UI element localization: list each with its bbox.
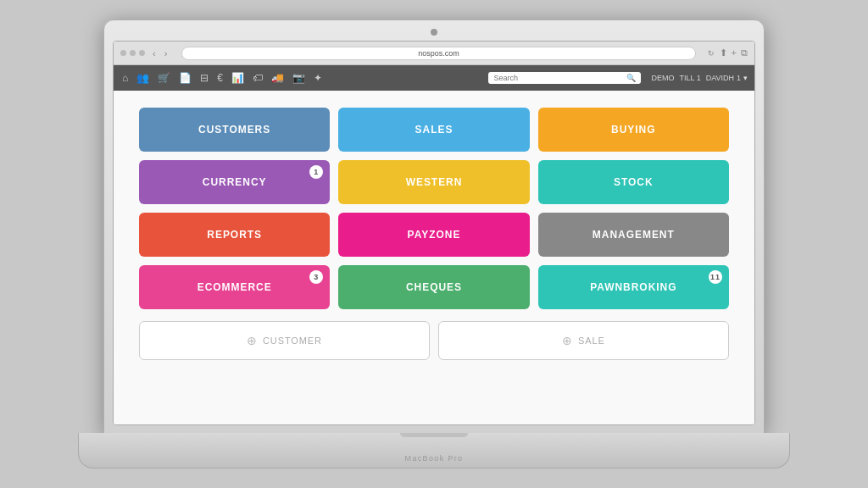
tile-pawnbroking-badge: 11 [709, 270, 722, 284]
till-icon[interactable]: ⊟ [198, 70, 210, 86]
laptop-camera [431, 29, 437, 36]
quick-actions: ⊕CUSTOMER⊕SALE [139, 321, 729, 360]
search-input[interactable] [493, 74, 623, 82]
laptop-notch [400, 433, 468, 437]
tile-ecommerce[interactable]: ECOMMERCE3 [139, 265, 330, 309]
tile-management[interactable]: MANAGEMENT [538, 213, 729, 257]
network-icon[interactable]: ✦ [312, 70, 324, 86]
tile-customers[interactable]: CUSTOMERS [139, 108, 330, 152]
browser-tabs[interactable]: ⧉ [741, 47, 748, 58]
browser-refresh[interactable]: ↻ [708, 49, 715, 58]
laptop-brand: MacBook Pro [405, 454, 464, 463]
laptop-screen-body: ‹ › nospos.com ↻ ⬆ + ⧉ ⌂ 👥 🛒 📄 ⊟ € � [103, 19, 765, 435]
cart-icon[interactable]: 🛒 [156, 70, 172, 86]
search-bar[interactable]: 🔍 [488, 72, 641, 84]
tile-sales[interactable]: SALES [338, 108, 529, 152]
search-icon: 🔍 [626, 74, 636, 82]
tile-payzone[interactable]: PAYZONE [338, 213, 529, 257]
tile-buying[interactable]: BUYING [538, 108, 729, 152]
browser-dot-expand [139, 50, 145, 56]
tile-currency[interactable]: CURRENCY1 [139, 160, 330, 204]
tag-icon[interactable]: 🏷 [251, 70, 264, 86]
screen: ‹ › nospos.com ↻ ⬆ + ⧉ ⌂ 👥 🛒 📄 ⊟ € � [113, 41, 755, 425]
demo-label: DEMO [651, 74, 674, 82]
browser-back[interactable]: ‹ [150, 47, 159, 59]
tile-pawnbroking[interactable]: PAWNBROKING11 [538, 265, 729, 309]
user-dropdown-icon[interactable]: ▾ [743, 74, 748, 82]
user-label: DAVIDH [706, 74, 734, 82]
tile-reports[interactable]: REPORTS [139, 213, 330, 257]
till-label: TILL 1 [679, 74, 700, 82]
user-id: 1 [737, 74, 741, 82]
plus-icon: ⊕ [247, 334, 258, 347]
browser-chrome: ‹ › nospos.com ↻ ⬆ + ⧉ [114, 42, 754, 65]
quick-action-add-sale[interactable]: ⊕SALE [438, 321, 729, 360]
laptop-frame: ‹ › nospos.com ↻ ⬆ + ⧉ ⌂ 👥 🛒 📄 ⊟ € � [103, 19, 765, 469]
chart-icon[interactable]: 📊 [230, 70, 246, 86]
euro-icon[interactable]: € [215, 70, 225, 86]
plus-icon: ⊕ [562, 334, 573, 347]
home-icon[interactable]: ⌂ [120, 70, 130, 86]
toolbar-user[interactable]: DAVIDH 1 ▾ [706, 74, 748, 82]
browser-share[interactable]: ⬆ [720, 47, 727, 58]
browser-nav: ‹ › [150, 47, 170, 59]
truck-icon[interactable]: 🚚 [270, 70, 286, 86]
tile-western[interactable]: WESTERN [338, 160, 529, 204]
quick-action-label: SALE [578, 336, 605, 346]
browser-actions: ⬆ + ⧉ [720, 47, 748, 58]
document-icon[interactable]: 📄 [177, 70, 193, 86]
browser-forward[interactable]: › [162, 47, 170, 59]
users-icon[interactable]: 👥 [135, 70, 151, 86]
tile-currency-badge: 1 [309, 165, 323, 179]
tile-stock[interactable]: STOCK [538, 160, 729, 204]
camera-icon[interactable]: 📷 [291, 70, 307, 86]
browser-new-tab[interactable]: + [732, 47, 737, 58]
main-content: CUSTOMERSSALESBUYINGCURRENCY1WESTERNSTOC… [114, 91, 754, 424]
tile-grid: CUSTOMERSSALESBUYINGCURRENCY1WESTERNSTOC… [139, 108, 729, 309]
quick-action-label: CUSTOMER [263, 336, 322, 346]
quick-action-add-customer[interactable]: ⊕CUSTOMER [139, 321, 430, 360]
browser-dots [120, 50, 145, 56]
browser-url-bar[interactable]: nospos.com [181, 47, 695, 60]
tile-ecommerce-badge: 3 [309, 270, 323, 284]
toolbar: ⌂ 👥 🛒 📄 ⊟ € 📊 🏷 🚚 📷 ✦ 🔍 DEMO TILL 1 [114, 65, 754, 91]
browser-dot-close [120, 50, 126, 56]
browser-dot-minimize [130, 50, 136, 56]
laptop-base: MacBook Pro [78, 433, 790, 469]
tile-cheques[interactable]: CHEQUES [338, 265, 529, 309]
toolbar-info: DEMO TILL 1 DAVIDH 1 ▾ [651, 74, 748, 82]
